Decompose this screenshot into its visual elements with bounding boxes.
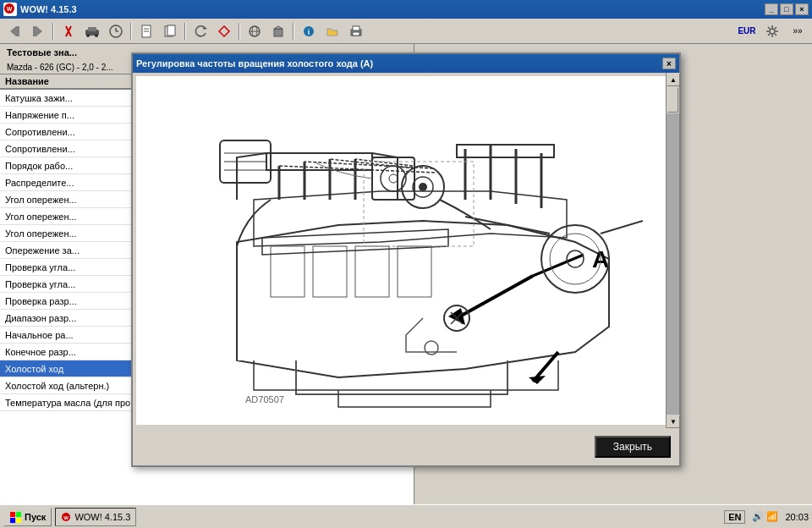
taskbar: Пуск W WOW! 4.15.3 EN 🔊 📶 20:03 [0,504,812,528]
svg-rect-3 [16,26,19,36]
modal-title: Регулировка частоты вращения холостого х… [136,58,662,69]
image-caption: AD70507 [245,394,284,404]
toolbar-globe[interactable] [244,21,266,41]
modal-titlebar: Регулировка частоты вращения холостого х… [133,54,679,73]
svg-point-10 [86,34,90,37]
svg-rect-5 [33,26,36,36]
toolbar-refresh[interactable] [189,21,211,41]
toolbar-sep-1 [52,23,54,40]
window-controls: _ □ × [765,3,809,15]
svg-rect-62 [10,518,15,523]
toolbar-print[interactable] [345,21,367,41]
toolbar-diamond[interactable] [213,21,235,41]
svg-point-38 [419,183,427,191]
modal-footer: Закрыть [133,428,679,465]
modal-overlay: Регулировка частоты вращения холостого х… [0,44,812,504]
toolbar-clock[interactable] [105,21,127,41]
svg-rect-31 [353,32,359,36]
modal-close-button[interactable]: Закрыть [595,436,671,458]
app-taskbar-icon: W [61,512,71,522]
toolbar-car[interactable] [81,21,103,41]
svg-marker-26 [274,26,283,29]
svg-text:W: W [7,6,13,12]
scrollbar-thumb[interactable] [667,87,678,113]
toolbar-right: EUR »» [736,21,809,41]
toolbar-back[interactable] [3,21,25,41]
svg-rect-63 [16,518,21,523]
modal-content: A [136,76,676,425]
svg-rect-9 [88,27,96,31]
svg-marker-2 [10,26,16,36]
svg-point-11 [95,34,98,37]
toolbar-package[interactable] [267,21,289,41]
scrollbar-track [667,113,679,415]
clock: 20:03 [785,512,809,522]
svg-text:W: W [64,515,69,520]
maximize-button[interactable]: □ [780,3,793,15]
system-tray-icons: 🔊 📶 [752,511,778,522]
svg-marker-4 [36,26,42,36]
svg-rect-33 [169,90,643,411]
svg-rect-60 [10,512,15,517]
taskbar-app-item[interactable]: W WOW! 4.15.3 [55,508,136,526]
toolbar-cut[interactable] [58,21,80,41]
toolbar-folder[interactable] [321,21,343,41]
app-title: WOW! 4.15.3 [20,4,765,14]
language-indicator: EN [724,510,745,524]
svg-rect-61 [16,512,21,517]
scroll-down-button[interactable]: ▼ [667,415,680,428]
toolbar-sep-5 [293,23,294,40]
toolbar-doc1[interactable] [135,21,157,41]
svg-rect-25 [274,29,283,36]
start-icon [9,511,21,523]
svg-point-32 [770,29,775,34]
euro-button[interactable]: EUR [736,21,758,41]
svg-marker-21 [219,26,229,36]
app-icon: W [3,3,17,16]
svg-rect-19 [167,25,175,36]
toolbar-more[interactable]: »» [787,21,809,41]
main-toolbar: i EUR »» [0,19,812,44]
start-button[interactable]: Пуск [3,508,52,526]
modal-image: A [136,76,676,425]
toolbar-sep-2 [130,23,132,40]
toolbar-forward[interactable] [27,21,49,41]
toolbar-sep-4 [239,23,240,40]
toolbar-sep-3 [184,23,186,40]
close-button-title[interactable]: × [795,3,809,15]
modal-scrollbar[interactable]: ▲ ▼ [666,73,679,428]
modal-close-x-button[interactable]: × [662,58,676,69]
main-area: Тестовые зна... Mazda - 626 (GC) - 2,0 -… [0,44,812,504]
toolbar-doc2[interactable] [159,21,181,41]
svg-rect-30 [353,26,359,30]
minimize-button[interactable]: _ [765,3,778,15]
scroll-up-button[interactable]: ▲ [667,73,680,86]
modal-dialog: Регулировка частоты вращения холостого х… [131,52,681,467]
app-titlebar: W WOW! 4.15.3 _ □ × [0,0,812,19]
toolbar-settings[interactable] [761,21,783,41]
taskbar-right: EN 🔊 📶 20:03 [724,510,809,524]
engine-diagram: A [169,90,643,411]
toolbar-info[interactable]: i [298,21,320,41]
svg-text:i: i [308,28,310,36]
